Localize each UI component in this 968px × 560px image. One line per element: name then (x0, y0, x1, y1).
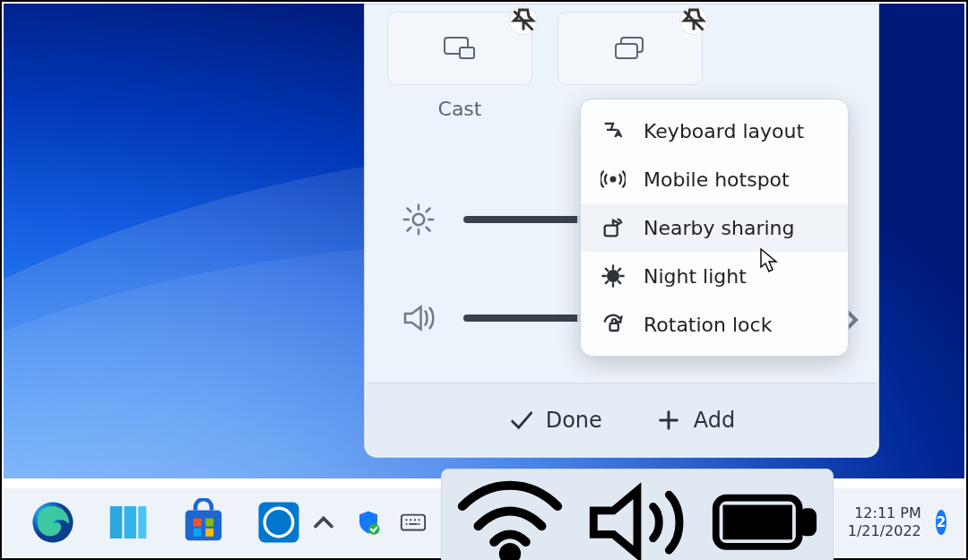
hotspot-icon (601, 167, 626, 192)
taskbar-app-dell[interactable] (255, 498, 303, 547)
check-icon (508, 408, 533, 433)
svg-rect-8 (610, 323, 618, 331)
nearby-sharing-icon (601, 215, 626, 240)
add-menu: Keyboard layout Mobile hotspot Nearby sh… (580, 99, 849, 357)
menu-item-label: Keyboard layout (644, 120, 804, 142)
taskbar-clock[interactable]: 12:11 PM 1/21/2022 (841, 503, 929, 542)
menu-item-label: Night light (644, 265, 747, 288)
notification-count: 2 (937, 514, 946, 530)
svg-point-23 (504, 547, 516, 560)
menu-item-label: Nearby sharing (644, 217, 794, 239)
svg-rect-22 (402, 515, 425, 530)
done-button[interactable]: Done (508, 408, 602, 433)
clock-time: 12:11 PM (848, 504, 921, 522)
svg-rect-12 (125, 506, 137, 538)
svg-rect-17 (194, 529, 202, 537)
taskbar-app-store[interactable] (179, 498, 228, 547)
night-light-icon (601, 263, 626, 289)
project-icon (614, 37, 646, 60)
battery-icon (709, 491, 820, 554)
plus-icon (656, 408, 681, 433)
add-label: Add (694, 408, 735, 433)
unpin-icon[interactable] (509, 6, 538, 35)
svg-rect-1 (460, 47, 474, 58)
taskbar-app-edge[interactable] (29, 498, 77, 547)
menu-item-label: Rotation lock (644, 314, 772, 336)
svg-point-7 (608, 271, 618, 281)
screenshot-frame: Cast Project (0, 0, 968, 560)
security-icon[interactable] (355, 509, 382, 536)
brightness-icon (401, 202, 436, 237)
svg-rect-6 (605, 226, 618, 237)
svg-rect-3 (616, 44, 637, 58)
clock-date: 1/21/2022 (848, 522, 921, 540)
tray-overflow-button[interactable] (310, 509, 337, 536)
menu-item-mobile-hotspot[interactable]: Mobile hotspot (581, 155, 848, 203)
svg-rect-11 (110, 506, 123, 538)
svg-rect-15 (194, 519, 202, 527)
menu-item-label: Mobile hotspot (644, 168, 790, 191)
volume-icon (401, 300, 436, 336)
svg-point-21 (368, 523, 380, 535)
menu-item-nearby-sharing[interactable]: Nearby sharing (581, 203, 848, 252)
wifi-icon (454, 478, 566, 560)
menu-item-night-light[interactable]: Night light (581, 252, 848, 300)
svg-rect-25 (726, 509, 789, 537)
add-button[interactable]: Add (656, 408, 735, 433)
menu-item-keyboard-layout[interactable]: Keyboard layout (581, 107, 848, 155)
svg-point-5 (611, 177, 616, 182)
taskbar-app-files[interactable] (104, 498, 152, 547)
notification-badge[interactable]: 2 (936, 510, 946, 535)
svg-rect-14 (186, 511, 222, 541)
taskbar: 12:11 PM 1/21/2022 2 (4, 488, 964, 556)
svg-rect-16 (205, 519, 213, 527)
svg-rect-13 (138, 506, 146, 538)
done-label: Done (546, 408, 602, 433)
rotation-lock-icon (601, 312, 626, 337)
keyboard-layout-icon (601, 118, 626, 143)
menu-item-rotation-lock[interactable]: Rotation lock (581, 300, 848, 349)
svg-point-4 (413, 214, 425, 226)
svg-rect-26 (802, 512, 813, 532)
network-volume-battery-button[interactable] (441, 469, 834, 560)
unpin-icon[interactable] (679, 6, 708, 35)
cast-tile-label: Cast (387, 98, 532, 120)
cast-icon (444, 37, 476, 60)
speaker-icon (582, 475, 693, 560)
touch-keyboard-button[interactable] (400, 509, 427, 536)
svg-rect-18 (205, 529, 213, 537)
